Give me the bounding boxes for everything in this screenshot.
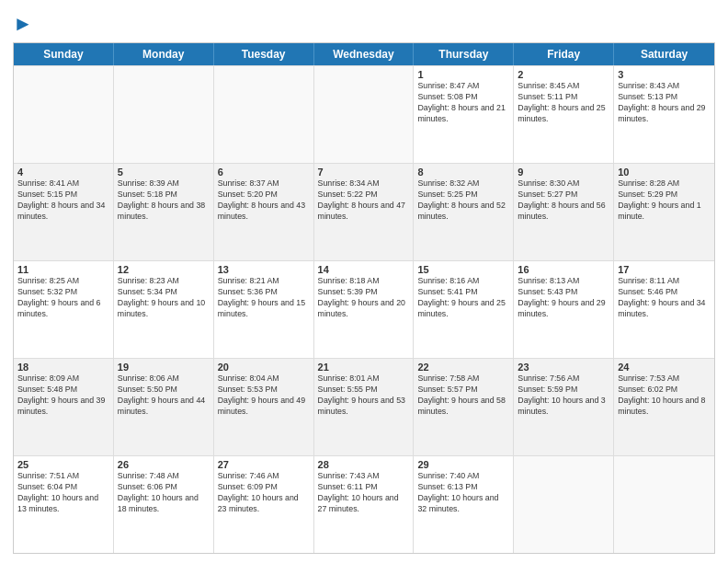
cal-cell: 21Sunrise: 8:01 AM Sunset: 5:55 PM Dayli… (314, 359, 415, 455)
day-info: Sunrise: 8:23 AM Sunset: 5:34 PM Dayligh… (118, 276, 210, 320)
cal-cell (14, 66, 114, 163)
cal-cell: 26Sunrise: 7:48 AM Sunset: 6:06 PM Dayli… (114, 456, 214, 553)
cal-cell (214, 66, 314, 163)
cal-cell: 2Sunrise: 8:45 AM Sunset: 5:11 PM Daylig… (514, 66, 614, 163)
day-number: 6 (218, 167, 310, 178)
day-info: Sunrise: 8:06 AM Sunset: 5:50 PM Dayligh… (118, 373, 210, 418)
cal-row-4: 18Sunrise: 8:09 AM Sunset: 5:48 PM Dayli… (14, 358, 714, 455)
day-number: 29 (417, 459, 509, 470)
day-number: 10 (618, 167, 711, 178)
day-info: Sunrise: 8:45 AM Sunset: 5:11 PM Dayligh… (518, 81, 609, 125)
day-number: 12 (118, 264, 210, 275)
day-number: 15 (417, 264, 509, 275)
cal-cell: 5Sunrise: 8:39 AM Sunset: 5:18 PM Daylig… (114, 164, 214, 260)
cal-cell: 19Sunrise: 8:06 AM Sunset: 5:50 PM Dayli… (114, 359, 214, 455)
cal-cell: 3Sunrise: 8:43 AM Sunset: 5:13 PM Daylig… (614, 66, 714, 163)
calendar-body: 1Sunrise: 8:47 AM Sunset: 5:08 PM Daylig… (14, 65, 714, 553)
day-info: Sunrise: 8:01 AM Sunset: 5:55 PM Dayligh… (318, 373, 410, 418)
day-info: Sunrise: 8:32 AM Sunset: 5:25 PM Dayligh… (417, 178, 509, 223)
cal-header-tuesday: Tuesday (214, 43, 314, 65)
cal-cell (314, 66, 415, 163)
day-number: 11 (17, 264, 109, 275)
day-number: 20 (218, 362, 310, 373)
day-info: Sunrise: 8:18 AM Sunset: 5:39 PM Dayligh… (318, 276, 410, 320)
day-number: 1 (417, 69, 509, 80)
day-number: 9 (518, 167, 609, 178)
day-number: 14 (318, 264, 410, 275)
day-info: Sunrise: 7:46 AM Sunset: 6:09 PM Dayligh… (218, 471, 310, 515)
day-info: Sunrise: 7:58 AM Sunset: 5:57 PM Dayligh… (417, 373, 509, 418)
day-info: Sunrise: 7:48 AM Sunset: 6:06 PM Dayligh… (118, 471, 210, 515)
day-info: Sunrise: 8:30 AM Sunset: 5:27 PM Dayligh… (518, 178, 609, 223)
day-number: 28 (318, 459, 410, 470)
cal-cell: 15Sunrise: 8:16 AM Sunset: 5:41 PM Dayli… (414, 261, 514, 358)
cal-header-saturday: Saturday (614, 43, 714, 65)
cal-row-1: 1Sunrise: 8:47 AM Sunset: 5:08 PM Daylig… (14, 65, 714, 163)
cal-cell: 22Sunrise: 7:58 AM Sunset: 5:57 PM Dayli… (414, 359, 514, 455)
cal-cell: 28Sunrise: 7:43 AM Sunset: 6:11 PM Dayli… (314, 456, 415, 553)
cal-row-2: 4Sunrise: 8:41 AM Sunset: 5:15 PM Daylig… (14, 163, 714, 260)
cal-cell: 6Sunrise: 8:37 AM Sunset: 5:20 PM Daylig… (214, 164, 314, 260)
day-info: Sunrise: 8:04 AM Sunset: 5:53 PM Dayligh… (218, 373, 310, 418)
day-info: Sunrise: 7:53 AM Sunset: 6:02 PM Dayligh… (618, 373, 711, 418)
day-number: 3 (618, 69, 711, 80)
day-info: Sunrise: 8:09 AM Sunset: 5:48 PM Dayligh… (17, 373, 109, 418)
day-number: 24 (618, 362, 711, 373)
cal-header-sunday: Sunday (14, 43, 114, 65)
cal-cell: 24Sunrise: 7:53 AM Sunset: 6:02 PM Dayli… (614, 359, 714, 455)
cal-cell: 29Sunrise: 7:40 AM Sunset: 6:13 PM Dayli… (414, 456, 514, 553)
day-info: Sunrise: 8:47 AM Sunset: 5:08 PM Dayligh… (417, 81, 509, 125)
cal-header-friday: Friday (514, 43, 614, 65)
day-number: 25 (17, 459, 109, 470)
day-number: 26 (118, 459, 210, 470)
cal-cell: 9Sunrise: 8:30 AM Sunset: 5:27 PM Daylig… (514, 164, 614, 260)
cal-cell: 7Sunrise: 8:34 AM Sunset: 5:22 PM Daylig… (314, 164, 415, 260)
day-info: Sunrise: 8:28 AM Sunset: 5:29 PM Dayligh… (618, 178, 711, 223)
day-number: 8 (417, 167, 509, 178)
day-number: 4 (17, 167, 109, 178)
calendar-header: SundayMondayTuesdayWednesdayThursdayFrid… (14, 43, 714, 65)
page: ► SundayMondayTuesdayWednesdayThursdayFr… (0, 0, 728, 563)
day-info: Sunrise: 8:43 AM Sunset: 5:13 PM Dayligh… (618, 81, 711, 125)
header: ► (13, 9, 715, 35)
day-number: 17 (618, 264, 711, 275)
cal-cell: 25Sunrise: 7:51 AM Sunset: 6:04 PM Dayli… (14, 456, 114, 553)
day-info: Sunrise: 7:51 AM Sunset: 6:04 PM Dayligh… (17, 471, 109, 515)
day-number: 5 (118, 167, 210, 178)
cal-cell: 14Sunrise: 8:18 AM Sunset: 5:39 PM Dayli… (314, 261, 415, 358)
cal-row-5: 25Sunrise: 7:51 AM Sunset: 6:04 PM Dayli… (14, 455, 714, 553)
cal-cell: 27Sunrise: 7:46 AM Sunset: 6:09 PM Dayli… (214, 456, 314, 553)
cal-cell: 18Sunrise: 8:09 AM Sunset: 5:48 PM Dayli… (14, 359, 114, 455)
cal-cell (514, 456, 614, 553)
day-info: Sunrise: 8:37 AM Sunset: 5:20 PM Dayligh… (218, 178, 310, 223)
day-info: Sunrise: 8:34 AM Sunset: 5:22 PM Dayligh… (318, 178, 410, 223)
cal-row-3: 11Sunrise: 8:25 AM Sunset: 5:32 PM Dayli… (14, 260, 714, 358)
day-info: Sunrise: 8:16 AM Sunset: 5:41 PM Dayligh… (417, 276, 509, 320)
cal-cell: 23Sunrise: 7:56 AM Sunset: 5:59 PM Dayli… (514, 359, 614, 455)
logo: ► (13, 13, 33, 35)
day-number: 19 (118, 362, 210, 373)
day-number: 13 (218, 264, 310, 275)
day-number: 27 (218, 459, 310, 470)
cal-cell: 1Sunrise: 8:47 AM Sunset: 5:08 PM Daylig… (414, 66, 514, 163)
day-info: Sunrise: 7:43 AM Sunset: 6:11 PM Dayligh… (318, 471, 410, 515)
day-info: Sunrise: 8:41 AM Sunset: 5:15 PM Dayligh… (17, 178, 109, 223)
cal-cell: 12Sunrise: 8:23 AM Sunset: 5:34 PM Dayli… (114, 261, 214, 358)
day-info: Sunrise: 8:21 AM Sunset: 5:36 PM Dayligh… (218, 276, 310, 320)
cal-cell: 16Sunrise: 8:13 AM Sunset: 5:43 PM Dayli… (514, 261, 614, 358)
cal-cell (114, 66, 214, 163)
day-info: Sunrise: 8:13 AM Sunset: 5:43 PM Dayligh… (518, 276, 609, 320)
day-number: 23 (518, 362, 609, 373)
day-info: Sunrise: 8:39 AM Sunset: 5:18 PM Dayligh… (118, 178, 210, 223)
day-info: Sunrise: 8:25 AM Sunset: 5:32 PM Dayligh… (17, 276, 109, 320)
day-number: 7 (318, 167, 410, 178)
day-number: 16 (518, 264, 609, 275)
cal-header-thursday: Thursday (414, 43, 514, 65)
cal-cell: 8Sunrise: 8:32 AM Sunset: 5:25 PM Daylig… (414, 164, 514, 260)
day-info: Sunrise: 8:11 AM Sunset: 5:46 PM Dayligh… (618, 276, 711, 320)
cal-cell (614, 456, 714, 553)
day-info: Sunrise: 7:40 AM Sunset: 6:13 PM Dayligh… (417, 471, 509, 515)
cal-cell: 11Sunrise: 8:25 AM Sunset: 5:32 PM Dayli… (14, 261, 114, 358)
cal-cell: 4Sunrise: 8:41 AM Sunset: 5:15 PM Daylig… (14, 164, 114, 260)
cal-cell: 10Sunrise: 8:28 AM Sunset: 5:29 PM Dayli… (614, 164, 714, 260)
